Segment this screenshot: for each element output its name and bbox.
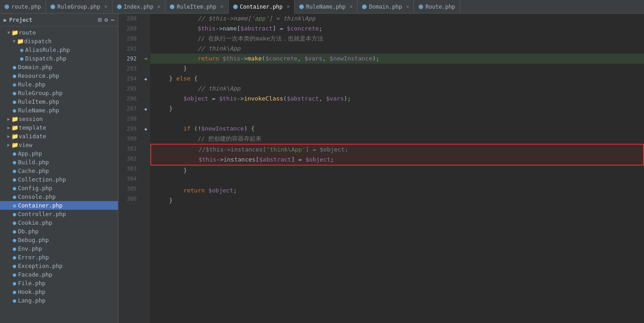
folder-icon: 📁 — [11, 29, 19, 36]
sidebar-item-hook[interactable]: ● Hook.php — [0, 288, 118, 296]
sidebar-item-label: Resource.php — [18, 72, 59, 79]
sidebar-item-rulegroup[interactable]: ● RuleGroup.php — [0, 89, 118, 97]
sidebar-item-validate-folder[interactable]: ▶ 📁 validate — [0, 132, 118, 141]
code-text: return $object; — [155, 186, 237, 196]
line-num-297: 297 — [118, 104, 141, 114]
line-num-293: 293 — [118, 64, 141, 74]
diamond-icon-294: ◆ — [144, 76, 147, 81]
tab-close-container[interactable]: × — [286, 4, 290, 10]
php-c-file-icon: ● — [13, 107, 16, 114]
sidebar-item-config[interactable]: ● Config.php — [0, 184, 118, 192]
code-text: } — [155, 166, 187, 176]
sidebar-item-label: Dispatch.php — [26, 55, 66, 62]
sidebar-item-console[interactable]: ● Console.php — [0, 192, 118, 201]
folder-icon: 📁 — [11, 116, 19, 122]
collapse-icon[interactable]: ⊟ — [98, 16, 102, 23]
php-c-file-icon: ● — [13, 176, 16, 183]
tab-rulename-php[interactable]: RuleName.php × — [295, 0, 358, 14]
tab-container-php[interactable]: Container.php × — [229, 0, 295, 14]
sidebar-item-exception[interactable]: ● Exception.php — [0, 262, 118, 270]
sidebar-item-facade[interactable]: ● Facade.php — [0, 270, 118, 279]
php-c-file-icon: ● — [13, 159, 16, 166]
sidebar-item-file[interactable]: ● File.php — [0, 279, 118, 288]
sidebar-item-cookie[interactable]: ● Cookie.php — [0, 218, 118, 227]
sidebar-item-view-folder[interactable]: ▶ 📁 view — [0, 141, 118, 149]
gutter-294: ◆ — [141, 74, 150, 84]
tab-close-domain[interactable]: × — [406, 4, 409, 10]
line-num-306: 306 — [118, 194, 141, 204]
sidebar-item-rulename[interactable]: ● RuleName.php — [0, 106, 118, 115]
tab-index-php[interactable]: Index.php × — [112, 0, 166, 14]
sidebar-item-container[interactable]: ● Container.php — [0, 201, 118, 210]
sidebar-item-collection[interactable]: ● Collection.php — [0, 175, 118, 184]
php-c-file-icon: ● — [13, 90, 16, 96]
sidebar-item-template-folder[interactable]: ▶ 📁 template — [0, 123, 118, 132]
sidebar-item-label: Debug.php — [18, 237, 49, 243]
sidebar-item-aliasrule[interactable]: ● AliasRule.php — [0, 45, 118, 54]
code-line-294: } else { — [150, 74, 644, 84]
code-text: // 在执行一次本类的make方法，也就是本方法 — [155, 34, 323, 44]
sidebar-item-db[interactable]: ● Db.php — [0, 227, 118, 236]
tab-label-route2: Route.php — [425, 4, 455, 10]
sidebar-item-label: Hook.php — [18, 288, 46, 295]
code-line-304 — [150, 176, 644, 186]
tab-close-index[interactable]: × — [158, 4, 161, 10]
code-line-305: return $object; — [150, 186, 644, 196]
sidebar-item-env[interactable]: ● Env.php — [0, 244, 118, 253]
code-area: 288 289 290 291 292 293 294 295 296 297 … — [118, 14, 644, 323]
tab-close-ruleitem[interactable]: × — [220, 4, 224, 10]
line-num-289: 289 — [118, 24, 141, 34]
code-line-302: $this->instances[$abstract] = $object; — [151, 155, 643, 165]
sidebar-item-domain[interactable]: ● Domain.php — [0, 63, 118, 71]
sidebar-item-cache[interactable]: ● Cache.php — [0, 167, 118, 175]
tab-close-rulegroup[interactable]: × — [104, 4, 107, 10]
sidebar-item-label: RuleName.php — [18, 107, 59, 114]
sidebar-item-dispatch-folder[interactable]: ▼ 📁 dispatch — [0, 37, 118, 45]
sidebar-item-build[interactable]: ● Build.php — [0, 158, 118, 167]
sidebar-item-label: validate — [19, 133, 46, 140]
sidebar-item-rule[interactable]: ● Rule.php — [0, 80, 118, 89]
line-num-305: 305 — [118, 184, 141, 194]
tab-ruleitem-php[interactable]: RuleItem.php × — [165, 0, 228, 14]
tab-icon-index — [117, 5, 122, 9]
main-area: ▶ Project ⊟ ⚙ — ▼ 📁 route ▼ 📁 di — [0, 14, 644, 323]
tab-label-container: Container.php — [240, 4, 283, 10]
code-text: } — [155, 104, 173, 114]
code-line-295: // think\App — [150, 84, 644, 94]
sidebar-item-session-folder[interactable]: ▶ 📁 session — [0, 115, 118, 123]
tab-domain-php[interactable]: Domain.php × — [358, 0, 414, 14]
line-num-294: 294 — [118, 74, 141, 84]
sidebar-item-lang[interactable]: ● Lang.php — [0, 296, 118, 305]
sidebar-item-label: view — [19, 141, 32, 148]
sidebar-item-controller[interactable]: ● Controller.php — [0, 210, 118, 218]
tab-rulegroup-php[interactable]: RuleGroup.php × — [46, 0, 112, 14]
php-c-file-icon: ● — [13, 228, 16, 235]
sidebar-item-debug[interactable]: ● Debug.php — [0, 236, 118, 244]
code-text: // $this->name['app'] = think\App — [155, 14, 315, 24]
sidebar-item-resource[interactable]: ● Resource.php — [0, 71, 118, 80]
sidebar-item-dispatch[interactable]: ● Dispatch.php — [0, 54, 118, 63]
diamond-icon-297: ◆ — [144, 106, 147, 111]
code-text: $this->instances[$abstract] = $object; — [156, 155, 334, 165]
gutter-289 — [141, 24, 150, 34]
php-c-file-icon: ● — [20, 55, 24, 62]
sidebar-item-error[interactable]: ● Error.php — [0, 253, 118, 262]
settings-icon[interactable]: ⚙ — [104, 16, 108, 23]
php-c-file-icon: ● — [13, 185, 16, 192]
sidebar-item-ruleitem[interactable]: ● RuleItem.php — [0, 97, 118, 106]
debug-arrow-icon: ➜ — [144, 55, 148, 62]
tab-route-php2[interactable]: Route.php — [414, 0, 460, 14]
minimize-icon[interactable]: — — [111, 16, 114, 23]
sidebar-item-route-folder[interactable]: ▼ 📁 route — [0, 28, 118, 37]
code-line-306: } — [150, 196, 644, 206]
tab-close-rulename[interactable]: × — [350, 4, 353, 10]
tab-route-php[interactable]: route.php — [0, 0, 46, 14]
sidebar-item-label: Controller.php — [18, 211, 66, 217]
sidebar-item-app[interactable]: ● App.php — [0, 149, 118, 158]
code-content[interactable]: // $this->name['app'] = think\App $this-… — [150, 14, 644, 323]
sidebar-item-label: Domain.php — [18, 64, 52, 71]
folder-icon: 📁 — [11, 141, 19, 148]
code-block-highlighted: //$this->instances['think\App'] = $objec… — [150, 144, 644, 166]
gutter-296 — [141, 94, 150, 104]
sidebar-item-label: Console.php — [18, 193, 56, 200]
